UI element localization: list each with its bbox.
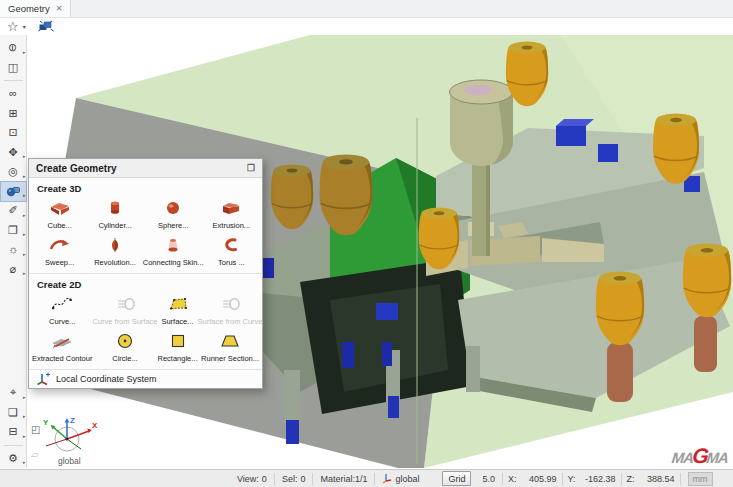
local-coordinate-system-item[interactable]: Local Coordinate System (29, 369, 262, 388)
panel-item-curve[interactable]: Curve... (32, 291, 92, 328)
favorites-caret-icon[interactable]: ▾ (23, 23, 26, 30)
circle-icon (113, 333, 137, 353)
status-sel: Sel: 0 (275, 473, 314, 485)
panel-item-curve-from-surface[interactable]: Curve from Surface (92, 291, 157, 328)
toolbar-bounding-box-button[interactable]: ⊡ (1, 123, 26, 143)
extracted-contour-icon (50, 333, 74, 353)
toolbar-link-geometry-button[interactable]: ∞ (1, 84, 26, 104)
panel-item-connecting-skin[interactable]: Connecting Skin... (143, 232, 204, 269)
toolbar-snap-target-button[interactable]: ◎ ▸ (1, 162, 26, 182)
panel-item-cube[interactable]: Cube... (32, 195, 87, 232)
add-primitive-icon: ⊞ (8, 108, 17, 119)
panel-item-surface[interactable]: Surface... (157, 291, 197, 328)
connecting-skin-icon (161, 237, 185, 257)
curve-icon (50, 296, 74, 316)
panel-item-extrusion[interactable]: Extrusion... (204, 195, 259, 232)
y-label: Y: (568, 474, 576, 484)
material-label: Material:1/1 (320, 474, 367, 484)
x-value: 405.99 (517, 474, 557, 484)
toolbar-view-layout-button[interactable]: ❏ ▸ (1, 403, 26, 423)
panel-item-sphere[interactable]: Sphere... (143, 195, 204, 232)
panel-item-torus[interactable]: Torus ... (204, 232, 259, 269)
grid-label: Grid (448, 474, 465, 484)
panel-item-extracted-contour[interactable]: Extracted Contour (32, 328, 92, 365)
bounding-box-icon: ⊡ (8, 127, 17, 138)
axes-caption: global (58, 456, 81, 466)
caret-icon: ▸ (23, 192, 26, 198)
offset-geometry-icon: ☼ (8, 244, 18, 255)
panel-item-rectangle[interactable]: Rectangle... (157, 328, 197, 365)
cursor-x: X: 405.99 (503, 473, 563, 485)
panel-item-sweep[interactable]: Sweep... (32, 232, 87, 269)
runner-section-icon (218, 333, 242, 353)
toolbar-clipping-button[interactable]: ◫ (1, 58, 26, 78)
toolbar-copy-geometry-button[interactable]: ❐ ▸ (1, 221, 26, 241)
modify-geometry-icon: ✐ (8, 205, 17, 216)
sphere-cube-icon (6, 185, 21, 197)
favorites-star-icon[interactable]: ☆ (7, 20, 19, 33)
caret-icon: ▸ (23, 413, 26, 419)
toolbar-separator (4, 80, 23, 81)
toolbar-separator (4, 445, 23, 446)
tab-bar: Geometry ✕ (0, 0, 733, 18)
view-layout-icon: ❏ (8, 407, 18, 418)
panel-item-surface-from-curve[interactable]: Surface from Curve (198, 291, 263, 328)
torus-icon (219, 237, 243, 257)
panel-item-revolution[interactable]: Revolution... (87, 232, 142, 269)
magma-logo: MAGMA (671, 448, 729, 465)
clip-plane-toggle-icon[interactable]: ▱ (31, 450, 39, 460)
panel-item-runner-section[interactable]: Runner Section... (198, 328, 263, 365)
toolbar-measure-button[interactable]: ⌀ ▸ (1, 260, 26, 280)
caret-icon: ▸ (23, 433, 26, 439)
rectangle-icon (166, 333, 190, 353)
sel-value: 0 (300, 474, 305, 484)
unit-button[interactable]: mm (688, 472, 713, 486)
extrusion-icon (219, 200, 243, 220)
grid-toggle-button[interactable]: Grid (442, 471, 471, 486)
status-view: View: 0 (230, 473, 275, 485)
toolbar-view-projection-button[interactable]: ⌖ ▸ (1, 383, 26, 403)
grid-spacing: 5.0 (475, 473, 503, 485)
panel-title: Create Geometry (36, 163, 117, 174)
caret-icon: ▸ (23, 459, 26, 465)
toolbar-offset-geometry-button[interactable]: ☼ ▸ (1, 240, 26, 260)
toolbar-mouse-navigation-button[interactable]: ⊖ ▸ (1, 38, 26, 58)
panel-item-circle[interactable]: Circle... (92, 328, 157, 365)
view-projection-icon: ⌖ (10, 387, 16, 398)
toolbar-view-planes-button[interactable]: ⊟ ▸ (1, 422, 26, 442)
close-icon[interactable]: ✕ (56, 5, 63, 13)
view-cube-icon[interactable]: ◰ (31, 425, 40, 435)
caret-icon: ▸ (23, 270, 26, 276)
fit-view-icon[interactable] (38, 20, 54, 33)
panel-item-cylinder[interactable]: Cylinder... (87, 195, 142, 232)
status-bar: View: 0 Sel: 0 Material:1/1 global Grid … (0, 469, 733, 487)
caret-icon: ▸ (23, 212, 26, 218)
popout-icon[interactable]: ❐ (247, 163, 255, 173)
section-create-2d-label: Create 2D (29, 274, 262, 291)
toolbar-transform-button[interactable]: ✥ ▸ (1, 143, 26, 163)
caret-icon: ▸ (23, 251, 26, 257)
sweep-icon (48, 237, 72, 257)
axes-gizmo[interactable]: Z X Y global (34, 414, 100, 466)
section-create-3d-label: Create 3D (29, 178, 262, 195)
z-label: Z: (627, 474, 635, 484)
toolbar-settings-button[interactable]: ⚙ ▸ (1, 449, 26, 469)
tab-geometry[interactable]: Geometry ✕ (0, 0, 71, 17)
riser-neck (607, 342, 633, 402)
create-3d-grid: Cube... Cylinder... Sphere... Extrusion.… (29, 195, 262, 269)
toolbar-create-geometry-button[interactable]: ▸ (1, 182, 26, 202)
left-toolbar: ⊖ ▸ ◫ ∞ ⊞ ⊡ ✥ ▸ ◎ ▸ (0, 35, 27, 468)
toolbar-add-primitive-button[interactable]: ⊞ (1, 104, 26, 124)
mini-axes-icon (382, 473, 392, 484)
status-coordinate-system[interactable]: global (375, 473, 426, 485)
toolbar-modify-geometry-button[interactable]: ✐ ▸ (1, 201, 26, 221)
sel-label: Sel: (282, 474, 298, 484)
axis-x-label: X (92, 421, 98, 430)
link-geometry-icon: ∞ (9, 88, 17, 99)
cs-label: global (395, 474, 419, 484)
mouse-navigation-icon: ⊖ (8, 43, 19, 52)
quick-toolbar: ☆ ▾ (0, 18, 733, 35)
view-label: View: (237, 474, 259, 484)
riser-neck (694, 316, 717, 372)
panel-header[interactable]: Create Geometry ❐ (29, 159, 262, 178)
